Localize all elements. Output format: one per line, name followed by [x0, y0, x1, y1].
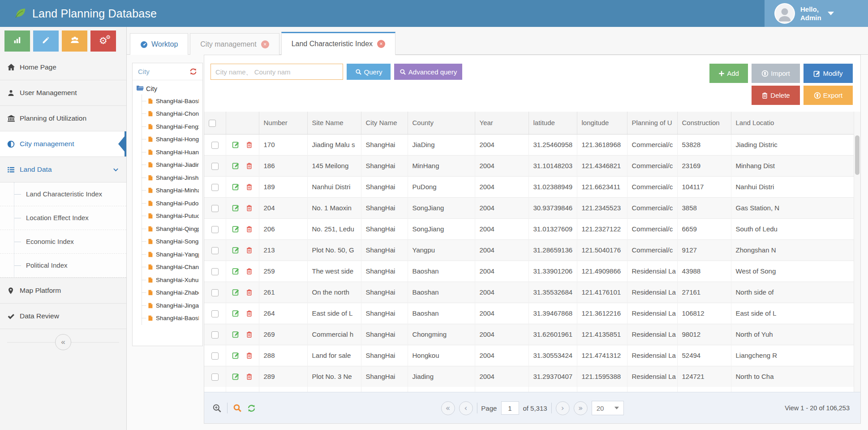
row-checkbox[interactable] — [211, 184, 219, 191]
edit-row-icon[interactable] — [232, 246, 240, 254]
tree-item[interactable]: ShangHai-SongJ... — [142, 235, 199, 248]
settings-button[interactable]: ⚙ ⚙ — [90, 30, 116, 52]
delete-row-icon[interactable] — [246, 141, 253, 148]
scrollbar-thumb[interactable] — [855, 135, 859, 175]
next-page-button[interactable]: › — [556, 401, 570, 415]
delete-row-icon[interactable] — [246, 226, 253, 233]
tree-item[interactable]: ShangHai-Jingan — [142, 299, 199, 312]
tree-item[interactable]: ShangHai-Minhang — [142, 184, 199, 197]
tree-item[interactable]: ShangHai-Jinshan — [142, 171, 199, 184]
edit-row-icon[interactable] — [232, 288, 240, 296]
query-button[interactable]: Query — [347, 64, 391, 80]
close-icon[interactable]: × — [261, 40, 269, 48]
tree-item[interactable]: ShangHai-Huang... — [142, 146, 199, 159]
edit-row-icon[interactable] — [232, 141, 240, 148]
select-all-checkbox[interactable] — [209, 120, 216, 127]
sidebar-item-data-review[interactable]: Data Review — [0, 304, 126, 329]
column-header-construction[interactable]: Construction — [677, 112, 731, 134]
submenu-item[interactable]: Location Effect Index — [0, 206, 126, 230]
tree-refresh-button[interactable] — [189, 68, 197, 75]
tree-item[interactable]: ShangHai-Pudong — [142, 197, 199, 210]
page-input[interactable] — [501, 401, 519, 415]
users-button[interactable] — [62, 30, 87, 52]
sidebar-item-planning-of-utilization[interactable]: Planning of Utilization — [0, 106, 126, 131]
row-checkbox[interactable] — [211, 268, 219, 275]
sidebar-item-city-management[interactable]: City management — [0, 131, 126, 157]
delete-row-icon[interactable] — [246, 352, 253, 359]
edit-row-icon[interactable] — [232, 309, 240, 317]
delete-row-icon[interactable] — [246, 183, 253, 191]
delete-button[interactable]: Delete — [752, 86, 800, 105]
row-checkbox[interactable] — [211, 331, 219, 339]
tree-item[interactable]: ShangHai-Fengxi... — [142, 120, 199, 133]
delete-row-icon[interactable] — [246, 268, 253, 275]
tree-item[interactable]: ShangHai-Putuo — [142, 210, 199, 223]
tab-land-characteristic-index[interactable]: Land Characteristic Index × — [281, 32, 395, 55]
add-button[interactable]: Add — [709, 64, 748, 83]
search-grid-icon[interactable] — [233, 404, 242, 413]
tab-worktop[interactable]: Worktop — [130, 33, 188, 55]
column-header-site-name[interactable]: Site Name — [307, 112, 361, 134]
delete-row-icon[interactable] — [246, 247, 253, 254]
delete-row-icon[interactable] — [246, 310, 253, 317]
prev-page-button[interactable]: ‹ — [459, 401, 473, 415]
row-checkbox[interactable] — [211, 142, 219, 149]
sidebar-item-user-management[interactable]: User Management — [0, 80, 126, 106]
delete-row-icon[interactable] — [246, 373, 253, 380]
row-checkbox[interactable] — [211, 352, 219, 360]
collapse-sidebar-button[interactable]: « — [55, 334, 71, 350]
row-checkbox[interactable] — [211, 247, 219, 254]
refresh-grid-icon[interactable] — [247, 404, 256, 413]
tree-item[interactable]: ShangHai-Baosh... — [142, 312, 199, 325]
tree-item[interactable]: ShangHai-Baosh... — [142, 95, 199, 108]
sidebar-item-home[interactable]: Home Page — [0, 55, 126, 80]
page-size-select[interactable]: 20 — [592, 401, 624, 415]
sidebar-item-land-data[interactable]: Land Data — [0, 157, 126, 182]
statistics-button[interactable] — [4, 30, 30, 52]
column-header-city-name[interactable]: City Name — [361, 112, 408, 134]
tree-item[interactable]: ShangHai-Zhabei — [142, 287, 199, 300]
column-header-planning[interactable]: Planning of U — [627, 112, 677, 134]
tree-item[interactable]: ShangHai-Hongk... — [142, 133, 199, 146]
edit-row-icon[interactable] — [232, 183, 240, 191]
tree-item[interactable]: ShangHai-Yangpu — [142, 248, 199, 261]
tree-item[interactable]: ShangHai-Chang... — [142, 261, 199, 274]
delete-row-icon[interactable] — [246, 204, 253, 212]
export-button[interactable]: Export — [804, 86, 853, 105]
edit-row-icon[interactable] — [232, 373, 240, 380]
row-checkbox[interactable] — [211, 310, 219, 317]
last-page-button[interactable]: » — [574, 401, 588, 415]
submenu-item[interactable]: Economic Index — [0, 230, 126, 254]
row-checkbox[interactable] — [211, 205, 219, 212]
tree-item[interactable]: ShangHai-Chong... — [142, 108, 199, 121]
delete-row-icon[interactable] — [246, 331, 253, 338]
row-checkbox[interactable] — [211, 374, 219, 381]
column-header-county[interactable]: County — [408, 112, 475, 134]
tree-item[interactable]: ShangHai-Xuhui — [142, 274, 199, 287]
column-header-longitude[interactable]: longitude — [577, 112, 627, 134]
search-input[interactable] — [211, 64, 343, 80]
row-checkbox[interactable] — [211, 163, 219, 170]
column-header-land-location[interactable]: Land Locatio — [731, 112, 854, 134]
row-checkbox[interactable] — [211, 289, 219, 296]
edit-row-icon[interactable] — [232, 204, 240, 212]
tree-item[interactable]: ShangHai-Qingpu — [142, 222, 199, 235]
tree-item[interactable]: ShangHai-Jiading — [142, 159, 199, 172]
delete-row-icon[interactable] — [246, 162, 253, 169]
submenu-item[interactable]: Land Characteristic Index — [0, 182, 126, 206]
edit-button[interactable] — [33, 30, 59, 52]
vertical-scrollbar[interactable] — [854, 112, 860, 392]
row-checkbox[interactable] — [211, 226, 219, 233]
edit-row-icon[interactable] — [232, 162, 240, 169]
zoom-search-icon[interactable] — [212, 404, 222, 413]
column-header-latitude[interactable]: latitude — [529, 112, 577, 134]
advanced-query-button[interactable]: Advanced query — [394, 64, 462, 80]
import-button[interactable]: Import — [752, 64, 800, 83]
edit-row-icon[interactable] — [232, 225, 240, 233]
column-header-number[interactable]: Number — [259, 112, 307, 134]
delete-row-icon[interactable] — [246, 289, 253, 296]
modify-button[interactable]: Modify — [804, 64, 853, 83]
column-header-year[interactable]: Year — [475, 112, 529, 134]
edit-row-icon[interactable] — [232, 267, 240, 275]
first-page-button[interactable]: « — [441, 401, 455, 415]
